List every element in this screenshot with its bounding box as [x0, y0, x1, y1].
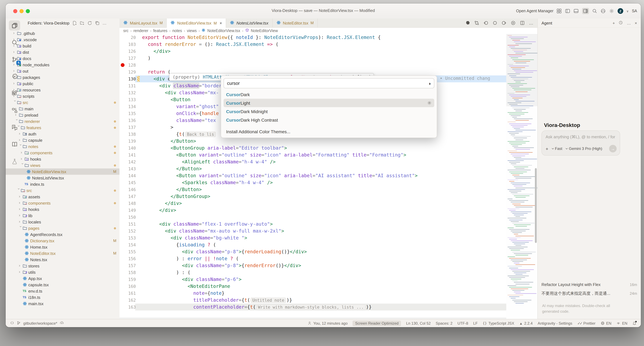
- layout-grid-icon[interactable]: [556, 8, 562, 14]
- breadcrumb-item[interactable]: notes: [172, 28, 182, 33]
- configure-theme-icon[interactable]: [427, 101, 432, 105]
- tree-item-.vscode[interactable]: ›.vscode: [6, 36, 120, 43]
- explorer-icon[interactable]: [9, 20, 20, 30]
- cloud-upload-icon[interactable]: [60, 321, 64, 326]
- user-suffix[interactable]: SA: [632, 9, 637, 13]
- tree-item-public[interactable]: ›public: [6, 80, 120, 87]
- breadcrumb-item[interactable]: features: [153, 28, 168, 33]
- status-typescript-jsx[interactable]: {}TypeScript JSX: [483, 321, 514, 326]
- editor-scrollbar[interactable]: [535, 168, 537, 243]
- code-line-127[interactable]: 127 ): [120, 55, 538, 62]
- tree-item-NoteEditor.tsx[interactable]: NoteEditor.tsxM: [6, 250, 120, 256]
- tree-item-NotesListView.tsx[interactable]: NotesListView.tsx: [6, 175, 120, 181]
- code-line-141[interactable]: 141 <Button variant="outline" size="icon…: [120, 151, 538, 158]
- tree-item-hooks[interactable]: ›hooks: [6, 156, 120, 162]
- tree-item-NoteEditorView.tsx[interactable]: NoteEditorView.tsxM: [6, 168, 120, 175]
- collapse-all-icon[interactable]: [95, 20, 100, 25]
- status-en[interactable]: EN: [600, 321, 611, 326]
- send-icon[interactable]: →: [609, 145, 617, 152]
- avatar[interactable]: Z: [618, 8, 623, 14]
- breakpoint-icon[interactable]: [121, 63, 124, 67]
- tree-item-views[interactable]: ›views: [6, 162, 120, 168]
- tree-item-Home.tsx[interactable]: Home.tsx: [6, 244, 120, 250]
- tree-item-resources[interactable]: ›resources: [6, 87, 120, 93]
- status-bell[interactable]: [632, 321, 636, 325]
- tree-item-dist[interactable]: ›dist: [6, 49, 120, 55]
- tree-item-renderer[interactable]: ›renderer: [6, 118, 120, 124]
- code-line-148[interactable]: 148 </div>: [120, 200, 538, 207]
- code-line-146[interactable]: 146 </Button>: [120, 186, 538, 193]
- tree-item-packages[interactable]: ›packages: [6, 74, 120, 80]
- tab-NotesListView.tsx[interactable]: NotesListView.tsx: [226, 18, 272, 27]
- tree-item-src[interactable]: ›</>src: [6, 99, 120, 106]
- tree-item-App.tsx[interactable]: App.tsx: [6, 275, 120, 282]
- code-line-156[interactable]: 156 ) : error || !note ? (: [120, 255, 538, 262]
- nav-back-icon[interactable]: [483, 20, 488, 25]
- editor-more-icon[interactable]: …: [529, 20, 533, 25]
- tree-item-preload[interactable]: ›preload: [6, 112, 120, 118]
- code-line-162[interactable]: 162 titlePlaceholder={t(Untitled note)}: [120, 297, 538, 304]
- tree-item-docs[interactable]: ›docs: [6, 55, 120, 62]
- search-icon[interactable]: [592, 8, 598, 14]
- code-line-126[interactable]: 126 </div>: [120, 48, 538, 55]
- tree-item-components[interactable]: ›</>components: [6, 200, 120, 206]
- theme-option-Cursor Dark High Contrast[interactable]: Cursor Dark High Contrast: [224, 116, 434, 124]
- code-line-149[interactable]: 149 </div>: [120, 207, 538, 214]
- tree-item-utils[interactable]: ›utils: [6, 269, 120, 275]
- refresh-icon[interactable]: [87, 20, 92, 25]
- open-agent-manager-button[interactable]: Open Agent Manager: [516, 9, 554, 13]
- tree-item-capsule[interactable]: ›capsule: [6, 137, 120, 143]
- more-icon[interactable]: …: [102, 20, 106, 25]
- code-line-160[interactable]: 160 <NoteEditorPane: [120, 283, 538, 290]
- model-select[interactable]: Gemini 3 Pro (High): [566, 146, 602, 151]
- tree-item-assets[interactable]: ›assets: [6, 194, 120, 200]
- history-item[interactable]: 不要用这个形式来指定高度，而是通...24m: [542, 291, 637, 299]
- code-line-150[interactable]: 150: [120, 214, 538, 221]
- branch-label[interactable]: gitbutler/workspace*: [23, 321, 57, 326]
- tree-item-main.tsx[interactable]: main.tsx: [6, 301, 120, 307]
- code-line-142[interactable]: 142 <AlignLeft className="h-4 w-4" />: [120, 158, 538, 165]
- tree-item-node_modules[interactable]: ›node_modules: [6, 62, 120, 68]
- tree-item-index.ts[interactable]: TSindex.ts: [6, 181, 120, 187]
- toggle-bottom-panel-icon[interactable]: [574, 8, 579, 14]
- breadcrumb-item[interactable]: renderer: [134, 28, 148, 33]
- code-line-152[interactable]: 152 <div className="mx-auto w-full max-w…: [120, 228, 538, 234]
- status-lf[interactable]: LF: [473, 321, 478, 326]
- new-chat-icon[interactable]: +: [612, 20, 615, 25]
- close-tab-icon[interactable]: ×: [220, 21, 222, 25]
- tree-item-scripts[interactable]: ›</>scripts: [6, 93, 120, 99]
- theme-option-Cursor Dark Midnight[interactable]: Cursor Dark Midnight: [224, 107, 434, 116]
- breadcrumb[interactable]: src›renderer›features›notes›views›NoteEd…: [120, 28, 506, 34]
- code-line-139[interactable]: 139 </Button>: [120, 138, 538, 145]
- tree-item-notes[interactable]: ›notes: [6, 143, 120, 150]
- tab-NoteEditorView.tsx[interactable]: NoteEditorView.tsxM×: [167, 18, 226, 28]
- app-logo-icon[interactable]: [600, 8, 606, 14]
- breadcrumb-file[interactable]: NoteEditorView.tsx: [208, 28, 240, 33]
- toggle-right-panel-icon[interactable]: [582, 8, 589, 14]
- code-line-158[interactable]: 158 ) : (: [120, 269, 538, 276]
- tree-item-auth[interactable]: ›auth: [6, 131, 120, 137]
- tree-item-out[interactable]: ›out: [6, 68, 120, 74]
- breadcrumb-item[interactable]: src: [123, 28, 128, 33]
- agent-more-icon[interactable]: …: [627, 20, 631, 25]
- status-utf-8[interactable]: UTF-8: [458, 321, 468, 326]
- tree-item-Dictionary.tsx[interactable]: Dictionary.tsxM: [6, 238, 120, 244]
- code-line-154[interactable]: 154 {isLoading ? (: [120, 241, 538, 248]
- tree-item-src[interactable]: ›</>src: [6, 187, 120, 194]
- status-en[interactable]: EN: [616, 321, 627, 326]
- panel-collapse-icon[interactable]: [10, 321, 14, 326]
- status-2-2-4[interactable]: ▲2.2.4: [519, 321, 532, 326]
- code-line-157[interactable]: 157 <div className="p-8">{renderError()}…: [120, 262, 538, 269]
- status-spaces-2[interactable]: Spaces: 2: [436, 321, 452, 326]
- code-line-153[interactable]: 153 <div className="bg-white ">: [120, 234, 538, 241]
- tree-item-pages[interactable]: ›pages: [6, 225, 120, 231]
- code-line-20[interactable]: 20export function NoteEditorView({ noteI…: [120, 34, 538, 41]
- attach-icon[interactable]: +: [546, 146, 548, 151]
- split-editor-icon[interactable]: [520, 20, 525, 25]
- code-line-144[interactable]: 144 <Button variant="outline" size="icon…: [120, 172, 538, 179]
- tree-item-locales[interactable]: ›locales: [6, 219, 120, 225]
- tree-item-lib[interactable]: ›lib: [6, 212, 120, 219]
- toggle-left-panel-icon[interactable]: [565, 8, 570, 14]
- status-ln-130-col-52[interactable]: Ln 130, Col 52: [406, 321, 431, 326]
- new-folder-icon[interactable]: [80, 20, 84, 25]
